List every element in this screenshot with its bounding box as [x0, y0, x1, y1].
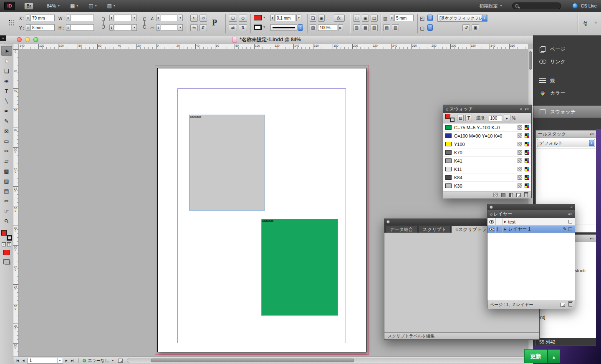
scale-x-dropdown[interactable]	[132, 15, 137, 21]
script-panel-tab[interactable]: データ結合	[385, 226, 418, 233]
zoom-tool[interactable]: ⚲	[1, 216, 12, 226]
constrain-scale-link-icon[interactable]	[143, 17, 146, 29]
first-page-button[interactable]	[15, 359, 20, 362]
stroke-weight-input[interactable]: 0.1 mm	[275, 15, 296, 21]
close-panel-icon[interactable]	[490, 206, 493, 209]
tint-slider-arrow[interactable]	[504, 115, 510, 121]
reference-point-dot[interactable]	[11, 22, 12, 23]
default-select-stepper[interactable]	[589, 140, 594, 146]
bridge-button[interactable]: Br	[24, 3, 33, 10]
fill-stroke-proxy[interactable]	[1, 230, 12, 241]
wrap-none-button[interactable]	[353, 15, 360, 22]
gradient-feather-tool[interactable]: ▨	[1, 176, 12, 186]
workspace-switcher[interactable]: 初期設定▼	[480, 3, 503, 9]
flip-vertical-button[interactable]	[199, 24, 207, 31]
show-color-swatches-button[interactable]	[501, 193, 505, 197]
close-button[interactable]	[17, 37, 22, 42]
swatch-row[interactable]: K11	[443, 165, 531, 173]
view-options-dropdown[interactable]: ▦▼	[70, 3, 78, 9]
pen-tool[interactable]: ✒	[1, 106, 12, 116]
dock-item-links[interactable]: リンク	[533, 55, 601, 68]
object-style-stepper[interactable]	[482, 15, 487, 21]
dock-item-swatches[interactable]: スウォッチ	[533, 105, 601, 118]
scale-y-dropdown[interactable]	[132, 24, 137, 31]
search-input[interactable]	[512, 3, 561, 9]
fill-proxy-icon[interactable]	[1, 230, 7, 236]
stroke-weight-dropdown[interactable]	[296, 15, 301, 21]
swatch-row[interactable]: C=100 M=90 Y=10 K=0	[443, 132, 531, 140]
reference-point-dot[interactable]	[9, 22, 10, 23]
preflight-menu-arrow[interactable]	[111, 359, 114, 362]
collapse-panel-icon[interactable]: «	[571, 205, 573, 209]
close-panel-icon[interactable]	[386, 220, 390, 223]
effects-object-icon[interactable]	[318, 15, 325, 22]
reference-point-locator[interactable]	[9, 20, 16, 27]
direct-selection-tool[interactable]: ➤	[1, 56, 12, 66]
gap-stepper[interactable]	[390, 15, 394, 21]
previous-page-button[interactable]	[21, 359, 25, 362]
stroke-style-stepper[interactable]	[298, 24, 303, 31]
swatch-row[interactable]: C=75 M=5 Y=100 K=0	[443, 123, 531, 132]
reference-point-dot[interactable]	[11, 24, 12, 25]
h-stepper[interactable]	[66, 24, 70, 31]
horizontal-ruler[interactable]: 1401201008060402002040608010012014016018…	[19, 44, 528, 49]
layers-panel-header[interactable]: レイヤー	[487, 210, 575, 218]
flip-horizontal-button[interactable]	[190, 24, 198, 31]
wrap-options-button[interactable]	[371, 24, 378, 31]
effects-button[interactable]: fx.	[334, 15, 345, 22]
selection-tool[interactable]: ➤	[1, 46, 12, 56]
scale-y-stepper[interactable]	[109, 24, 114, 31]
break-link-style-button[interactable]	[472, 24, 479, 31]
object-style-select[interactable]: [基本グラフィックフレー...	[437, 15, 487, 22]
visibility-cell[interactable]	[487, 218, 496, 225]
script-panel-tab[interactable]: スクリプト	[418, 226, 451, 233]
gradient-swatch-tool[interactable]: ▩	[1, 166, 12, 176]
rectangle-frame-tool[interactable]: ⊠	[1, 126, 12, 136]
type-tool[interactable]: T	[1, 86, 12, 96]
lock-cell[interactable]	[496, 218, 503, 225]
layer-target-box[interactable]	[568, 220, 572, 223]
wrap-object-shape-button[interactable]	[371, 15, 378, 22]
fill-proxy-icon[interactable]	[445, 114, 450, 119]
stroke-weight-stepper[interactable]	[270, 15, 275, 21]
formatting-container-button[interactable]	[457, 115, 464, 121]
layer-target-box[interactable]	[568, 227, 572, 231]
shear-stepper[interactable]	[156, 24, 160, 31]
preflight-panel-icon[interactable]	[118, 359, 123, 363]
panel-menu-icon[interactable]	[590, 236, 594, 241]
gap-tool[interactable]: ⇹	[1, 76, 12, 86]
document-titlebar[interactable]: *名称未設定-1.indd @ 84%	[0, 35, 533, 44]
screen-mode-dropdown[interactable]: ◫▼	[88, 3, 97, 9]
line-tool[interactable]: ╲	[1, 96, 12, 106]
swatch-row[interactable]: K70	[443, 148, 531, 157]
last-page-button[interactable]	[70, 359, 75, 362]
wrap-jump-object-button[interactable]	[353, 24, 360, 31]
vertical-ruler[interactable]: 0204060801001201401601802002202402602803…	[13, 49, 19, 356]
view-mode-button[interactable]	[3, 259, 10, 264]
dock-item-color[interactable]: カラー	[533, 87, 601, 99]
select-previous-button[interactable]	[229, 24, 237, 31]
scale-x-input[interactable]	[114, 15, 131, 21]
dock-item-stroke[interactable]: 線	[533, 74, 601, 87]
wrap-jump-column-button[interactable]	[362, 24, 369, 31]
new-swatch-button[interactable]	[516, 193, 521, 197]
new-layer-button[interactable]	[561, 303, 565, 307]
scale-x-stepper[interactable]	[109, 15, 114, 21]
reference-point-dot[interactable]	[11, 20, 12, 21]
ruler-origin[interactable]	[13, 44, 19, 49]
rectangle-tool[interactable]: ▭	[1, 136, 12, 146]
free-transform-tool[interactable]: ▱	[1, 156, 12, 166]
layer-row[interactable]: ▶レイヤー 1✎	[487, 226, 575, 233]
reference-point-dot[interactable]	[13, 24, 14, 25]
lock-cell[interactable]	[496, 226, 503, 233]
effects-target-icon[interactable]	[310, 15, 316, 22]
opacity-slider-arrow[interactable]	[338, 24, 343, 31]
horizontal-scrollbar[interactable]	[127, 358, 529, 363]
stroke-color-swatch[interactable]	[254, 25, 262, 30]
fill-dropdown-arrow[interactable]: ▼	[263, 16, 265, 19]
formatting-container-button[interactable]: ▫	[2, 242, 6, 246]
swatch-row[interactable]: K41	[443, 157, 531, 165]
y-stepper[interactable]	[26, 24, 30, 31]
arrange-documents-dropdown[interactable]: ▥▼	[107, 3, 116, 9]
rectangle-frame-1[interactable]: aaaaaaa	[189, 115, 265, 211]
